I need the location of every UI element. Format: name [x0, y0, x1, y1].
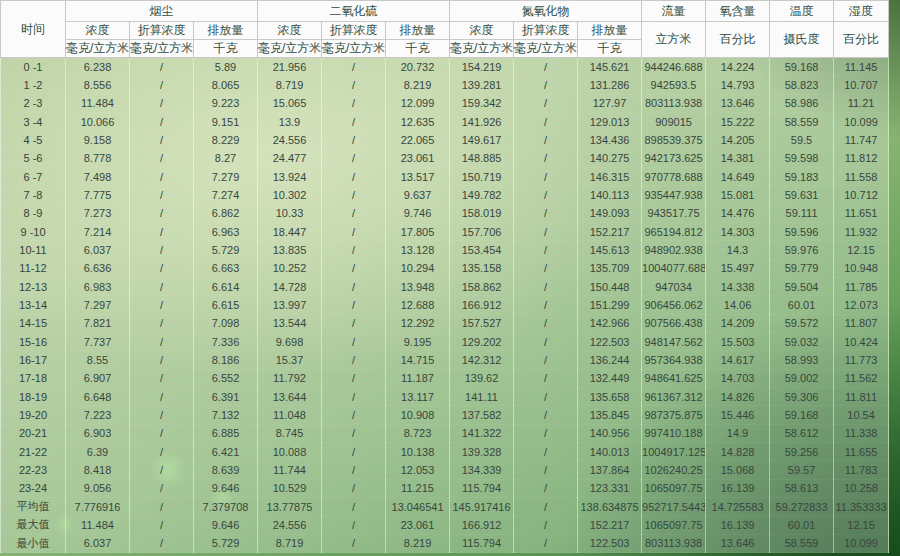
value-cell: 11.484: [66, 94, 130, 112]
value-cell: 7.132: [194, 406, 258, 424]
table-row: 5 -68.778/8.2724.477/23.061148.885/140.2…: [1, 149, 889, 167]
table-row: 14-157.821/7.09813.544/12.292157.527/142…: [1, 314, 889, 332]
value-cell: 59.631: [770, 186, 834, 204]
value-cell: 129.013: [578, 112, 642, 130]
value-cell: 10.529: [258, 479, 322, 497]
value-cell: 59.256: [770, 442, 834, 460]
value-cell: 11.558: [834, 167, 889, 185]
unit-header-humidity: 百分比: [834, 22, 889, 58]
value-cell: 13.835: [258, 241, 322, 259]
value-cell: 8.719: [258, 534, 322, 552]
value-cell: 13.117: [386, 387, 450, 405]
value-cell: 11.932: [834, 222, 889, 240]
value-cell: /: [322, 387, 386, 405]
time-cell: 最小值: [1, 534, 66, 552]
value-cell: 15.446: [706, 406, 770, 424]
value-cell: 149.782: [450, 186, 514, 204]
value-cell: /: [514, 76, 578, 94]
unit-header-temperature: 摄氏度: [770, 22, 834, 58]
value-cell: /: [322, 442, 386, 460]
table-row: 7 -87.775/7.27410.302/9.637149.782/140.1…: [1, 186, 889, 204]
value-cell: /: [130, 534, 194, 552]
value-cell: 146.315: [578, 167, 642, 185]
table-row: 8 -97.273/6.86210.33/9.746158.019/149.09…: [1, 204, 889, 222]
value-cell: 11.812: [834, 149, 889, 167]
value-cell: 157.527: [450, 314, 514, 332]
value-cell: 58.986: [770, 94, 834, 112]
value-cell: 8.745: [258, 424, 322, 442]
value-cell: 122.503: [578, 534, 642, 552]
value-cell: 11.747: [834, 131, 889, 149]
time-cell: 5 -6: [1, 149, 66, 167]
value-cell: 141.11: [450, 387, 514, 405]
value-cell: /: [514, 167, 578, 185]
value-cell: 947034: [642, 277, 706, 295]
value-cell: 7.273: [66, 204, 130, 222]
table-row: 16-178.55/8.18615.37/14.715142.312/136.2…: [1, 351, 889, 369]
value-cell: 59.306: [770, 387, 834, 405]
value-cell: 11.655: [834, 442, 889, 460]
value-cell: 14.703: [706, 369, 770, 387]
sub-header-so2-concentration: 浓度: [258, 22, 322, 40]
value-cell: 11.651: [834, 204, 889, 222]
value-cell: /: [130, 277, 194, 295]
value-cell: 115.794: [450, 479, 514, 497]
value-cell: 123.331: [578, 479, 642, 497]
value-cell: 16.139: [706, 479, 770, 497]
value-cell: 149.617: [450, 131, 514, 149]
time-cell: 3 -4: [1, 112, 66, 130]
value-cell: /: [130, 351, 194, 369]
value-cell: /: [514, 149, 578, 167]
value-cell: 127.97: [578, 94, 642, 112]
value-cell: 10.099: [834, 534, 889, 552]
value-cell: 8.27: [194, 149, 258, 167]
value-cell: /: [130, 497, 194, 515]
value-cell: 10.088: [258, 442, 322, 460]
value-cell: 6.885: [194, 424, 258, 442]
value-cell: 14.303: [706, 222, 770, 240]
table-row: 12-136.983/6.61414.728/13.948158.862/150…: [1, 277, 889, 295]
value-cell: 152.217: [578, 222, 642, 240]
value-cell: 24.477: [258, 149, 322, 167]
unit-header-dust-emission: 千克: [194, 40, 258, 58]
value-cell: 14.725583: [706, 497, 770, 515]
value-cell: 135.709: [578, 259, 642, 277]
value-cell: /: [322, 497, 386, 515]
value-cell: 11.215: [386, 479, 450, 497]
value-cell: 139.281: [450, 76, 514, 94]
value-cell: 9.195: [386, 332, 450, 350]
table-row: 13-147.297/6.61513.997/12.688166.912/151…: [1, 296, 889, 314]
value-cell: 6.421: [194, 442, 258, 460]
value-cell: /: [130, 58, 194, 76]
time-cell: 23-24: [1, 479, 66, 497]
value-cell: 13.517: [386, 167, 450, 185]
value-cell: 906456.062: [642, 296, 706, 314]
table-row: 4 -59.158/8.22924.556/22.065149.617/134.…: [1, 131, 889, 149]
value-cell: 8.229: [194, 131, 258, 149]
value-cell: 15.222: [706, 112, 770, 130]
time-cell: 16-17: [1, 351, 66, 369]
value-cell: /: [514, 387, 578, 405]
value-cell: 11.145: [834, 58, 889, 76]
value-cell: 1065097.75: [642, 516, 706, 534]
value-cell: 948641.625: [642, 369, 706, 387]
value-cell: 151.299: [578, 296, 642, 314]
value-cell: 145.917416: [450, 497, 514, 515]
value-cell: 9.646: [194, 516, 258, 534]
value-cell: /: [514, 497, 578, 515]
value-cell: 137.864: [578, 461, 642, 479]
value-cell: 8.186: [194, 351, 258, 369]
unit-header-flow: 立方米: [642, 22, 706, 58]
value-cell: /: [322, 351, 386, 369]
value-cell: 139.328: [450, 442, 514, 460]
value-cell: 138.634875: [578, 497, 642, 515]
value-cell: 11.773: [834, 351, 889, 369]
value-cell: 131.286: [578, 76, 642, 94]
time-cell: 13-14: [1, 296, 66, 314]
value-cell: 7.737: [66, 332, 130, 350]
value-cell: 15.068: [706, 461, 770, 479]
table-row: 最小值6.037/5.7298.719/8.219115.794/122.503…: [1, 534, 889, 552]
value-cell: 942173.625: [642, 149, 706, 167]
value-cell: 970778.688: [642, 167, 706, 185]
table-row: 21-226.39/6.42110.088/10.138139.328/140.…: [1, 442, 889, 460]
